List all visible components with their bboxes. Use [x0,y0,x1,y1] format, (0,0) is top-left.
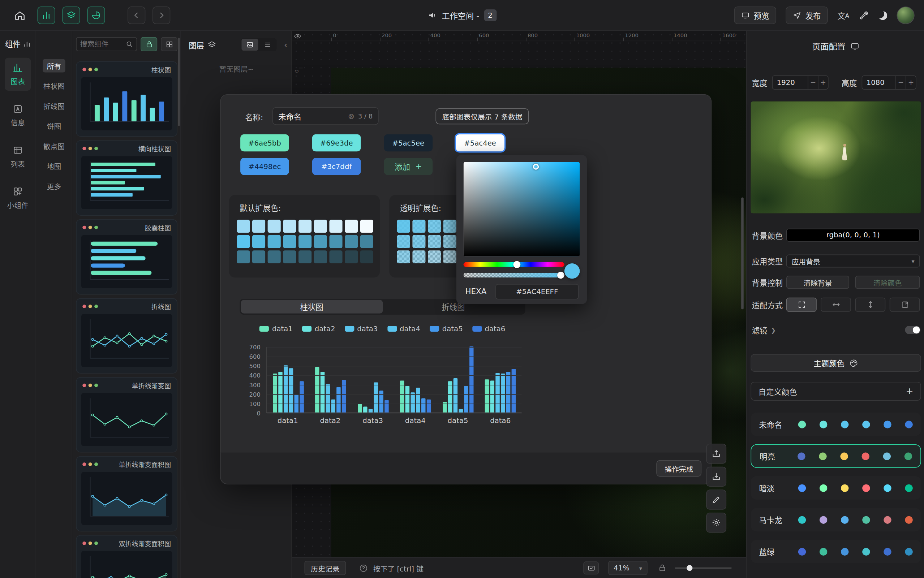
hex-input[interactable] [495,284,578,299]
alpha-handle[interactable] [557,272,564,279]
tab-bar-chart[interactable]: 柱状图 [241,300,383,313]
collapse-panel-icon[interactable]: ‹ [284,41,287,49]
layers-mode-button[interactable] [62,6,80,24]
alpha-palette-swatch[interactable] [428,250,441,263]
category-4[interactable]: 饼图 [43,119,65,133]
legend-item-data5[interactable]: data5 [430,325,463,333]
component-card-7[interactable]: 双折线渐变面积图 [76,535,177,578]
palette-swatch[interactable] [314,250,327,263]
palette-swatch[interactable] [283,250,296,263]
undo-back-button[interactable] [128,6,145,24]
alpha-slider[interactable] [464,273,564,278]
chart-mode-button[interactable] [37,6,55,24]
theme-color-button[interactable]: 主题颜色 [750,354,921,372]
palette-swatch[interactable] [252,235,265,248]
done-button[interactable]: 操作完成 [656,460,702,477]
legend-item-data4[interactable]: data4 [387,325,420,333]
fit-height-button[interactable] [855,298,885,312]
component-card-2[interactable]: 横向柱状图 [76,140,177,216]
zoom-slider[interactable] [675,568,732,568]
sidebar-item-charts[interactable]: 图表 [5,58,31,91]
theme-row-5[interactable]: 蓝绿 [750,540,921,563]
alpha-palette-swatch[interactable] [397,250,410,263]
alpha-palette-swatch[interactable] [443,250,456,263]
search-input[interactable] [80,40,123,49]
category-1[interactable]: 所有 [43,59,65,73]
saturation-cursor[interactable] [533,164,539,169]
add-color-button[interactable]: 添加+ [384,158,433,175]
width-stepper[interactable]: 1920−+ [772,76,828,89]
palette-swatch[interactable] [314,220,327,233]
palette-swatch[interactable] [360,235,373,248]
lock-button[interactable] [141,37,157,51]
color-chip-5[interactable]: #4498ec [240,158,289,175]
pie-mode-button[interactable] [87,6,105,24]
color-chip-2[interactable]: #69e3de [312,135,361,151]
category-3[interactable]: 折线图 [39,99,69,113]
alpha-palette-swatch[interactable] [397,220,410,233]
palette-swatch[interactable] [299,235,312,248]
grid-view-button[interactable] [161,37,177,51]
import-button[interactable] [706,467,726,487]
legend-item-data3[interactable]: data3 [345,325,378,333]
zoom-select[interactable]: 41%▾ [608,561,647,575]
preview-button[interactable]: 预览 [734,6,776,24]
fit-width-button[interactable] [821,298,851,312]
palette-swatch[interactable] [237,250,250,263]
clear-background-button[interactable]: 清除背景 [786,276,849,289]
alpha-palette-swatch[interactable] [443,235,456,248]
palette-swatch[interactable] [268,220,281,233]
palette-swatch[interactable] [329,250,342,263]
width-decrease-button[interactable]: − [808,76,818,89]
palette-swatch[interactable] [360,250,373,263]
home-icon[interactable] [14,10,25,21]
layers-list-view-button[interactable] [259,39,276,51]
height-increase-button[interactable]: + [906,76,916,89]
theme-row-2[interactable]: 明亮 [750,444,921,468]
search-box[interactable] [76,37,137,51]
alpha-palette-swatch[interactable] [428,220,441,233]
palette-swatch[interactable] [360,220,373,233]
color-chip-6[interactable]: #3c7ddf [312,158,361,175]
component-card-5[interactable]: 单折线渐变图 [76,377,177,453]
palette-swatch[interactable] [299,250,312,263]
hue-handle[interactable] [513,261,521,268]
palette-swatch[interactable] [252,220,265,233]
chevron-right-icon[interactable]: ❯ [771,326,776,333]
palette-swatch[interactable] [268,235,281,248]
language-icon[interactable]: 文A [837,10,849,21]
alpha-palette-swatch[interactable] [412,250,425,263]
zoom-lock-icon[interactable] [658,564,666,572]
history-button[interactable]: 历史记录 [304,561,346,575]
zoom-slider-knob[interactable] [687,565,692,571]
palette-swatch[interactable] [345,220,358,233]
theme-row-4[interactable]: 马卡龙 [750,508,921,531]
category-5[interactable]: 散点图 [39,139,69,153]
color-chip-1[interactable]: #6ae5bb [240,135,289,151]
height-stepper[interactable]: 1080−+ [862,76,916,89]
width-increase-button[interactable]: + [818,76,828,89]
app-type-select[interactable]: 应用背景▾ [786,255,920,268]
theme-row-1[interactable]: 未命名 [750,412,921,436]
alpha-palette-swatch[interactable] [428,235,441,248]
palette-swatch[interactable] [329,235,342,248]
canvas-scrollbar[interactable] [741,197,744,309]
custom-color-box[interactable]: 自定义颜色+ [750,382,921,401]
clear-icon[interactable]: ⊗ [348,112,354,120]
component-card-1[interactable]: 柱状图 [76,62,177,137]
layers-thumbnail-view-button[interactable] [241,39,258,51]
theme-row-3[interactable]: 暗淡 [750,476,921,500]
palette-swatch[interactable] [237,235,250,248]
category-6[interactable]: 地图 [43,159,65,173]
color-chip-4[interactable]: #5ac4ee [456,135,505,151]
alpha-palette-swatch[interactable] [397,235,410,248]
alpha-palette-swatch[interactable] [412,220,425,233]
fullscreen-button[interactable] [583,562,599,575]
edit-button[interactable] [706,489,726,509]
add-custom-color-icon[interactable]: + [906,386,914,396]
palette-swatch[interactable] [329,220,342,233]
redo-forward-button[interactable] [153,6,170,24]
palette-swatch[interactable] [299,220,312,233]
clear-color-button[interactable]: 清除颜色 [855,276,920,289]
eye-icon[interactable] [294,32,301,40]
